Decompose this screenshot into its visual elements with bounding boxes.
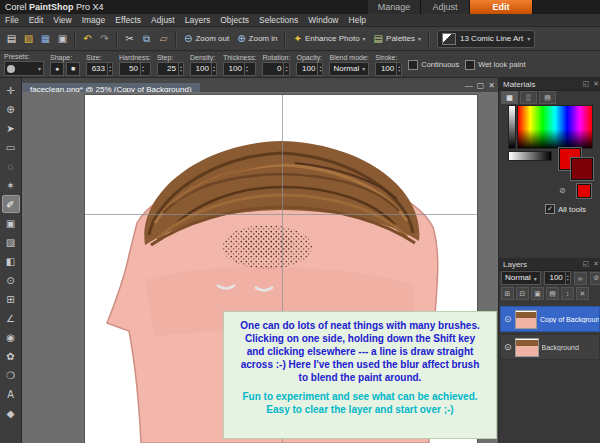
- tool-makeover[interactable]: ✿: [2, 347, 20, 365]
- visibility-eye-icon[interactable]: [504, 342, 512, 352]
- size-spinner[interactable]: 633: [86, 62, 113, 76]
- menu-edit[interactable]: Edit: [24, 14, 49, 26]
- manage-tab[interactable]: Manage: [368, 0, 421, 14]
- grayscale-strip[interactable]: [508, 105, 516, 149]
- close-icon[interactable]: [591, 80, 600, 88]
- stroke-value[interactable]: 100: [376, 63, 396, 75]
- paste-icon[interactable]: ▱: [155, 30, 172, 47]
- size-value[interactable]: 633: [87, 63, 107, 75]
- spinner-arrows-icon[interactable]: [140, 63, 145, 75]
- hue-saturation-map[interactable]: [517, 105, 593, 149]
- tool-straighten[interactable]: ∠: [2, 309, 20, 327]
- lock-transparency-icon[interactable]: [590, 272, 600, 285]
- opacity-spinner[interactable]: 100: [296, 62, 323, 76]
- tool-pick[interactable]: ➤: [2, 119, 20, 137]
- menu-effects[interactable]: Effects: [110, 14, 146, 26]
- new-icon[interactable]: ▤: [3, 30, 20, 47]
- spinner-arrows-icon[interactable]: [244, 63, 249, 75]
- menu-view[interactable]: View: [48, 14, 76, 26]
- close-icon[interactable]: [488, 81, 495, 90]
- zoom-out-button[interactable]: ⊖ Zoom out: [180, 30, 233, 48]
- rotation-spinner[interactable]: 0: [262, 62, 290, 76]
- wet-look-checkbox-row[interactable]: Wet look paint: [465, 60, 525, 70]
- cut-icon[interactable]: ✂: [121, 30, 138, 47]
- tool-dropper[interactable]: ⊙: [2, 271, 20, 289]
- rainbow-tab[interactable]: ▒: [520, 91, 537, 104]
- maximize-icon[interactable]: [477, 81, 485, 90]
- transparent-toggle-icon[interactable]: [559, 186, 566, 195]
- thickness-value[interactable]: 100: [224, 63, 244, 75]
- link-layers-icon[interactable]: [574, 272, 587, 285]
- print-icon[interactable]: ▣: [54, 30, 71, 47]
- menu-selections[interactable]: Selections: [254, 14, 303, 26]
- menu-help[interactable]: Help: [344, 14, 371, 26]
- spinner-arrows-icon[interactable]: [211, 63, 216, 75]
- menu-image[interactable]: Image: [77, 14, 111, 26]
- thickness-spinner[interactable]: 100: [223, 62, 256, 76]
- open-icon[interactable]: ▧: [20, 30, 37, 47]
- arrange-layer-icon[interactable]: [561, 287, 574, 300]
- layer-opacity-spinner[interactable]: 100: [544, 271, 571, 285]
- layer-thumbnail[interactable]: [515, 338, 539, 357]
- hardness-value[interactable]: 50: [120, 63, 140, 75]
- tool-crop[interactable]: ⊞: [2, 290, 20, 308]
- adjust-tab[interactable]: Adjust: [421, 0, 470, 14]
- tool-freehand-selection[interactable]: ◌: [2, 157, 20, 175]
- continuous-checkbox-row[interactable]: Continuous: [408, 60, 459, 70]
- square-shape-button[interactable]: ■: [66, 62, 80, 76]
- layer-row-copy-of-background[interactable]: Copy of Background: [500, 306, 600, 332]
- opacity-value[interactable]: 100: [297, 63, 317, 75]
- menu-file[interactable]: File: [0, 14, 24, 26]
- tool-text[interactable]: A: [2, 385, 20, 403]
- density-spinner[interactable]: 100: [190, 62, 217, 76]
- tool-clone[interactable]: ▣: [2, 214, 20, 232]
- new-layer-icon[interactable]: [501, 287, 514, 300]
- background-color-swatch[interactable]: [571, 158, 593, 180]
- hardness-spinner[interactable]: 50: [119, 62, 151, 76]
- spinner-arrows-icon[interactable]: [107, 63, 112, 75]
- enhance-photo-button[interactable]: ✦ Enhance Photo: [289, 30, 369, 48]
- all-tools-checkbox[interactable]: [545, 204, 555, 214]
- new-group-icon[interactable]: [516, 287, 529, 300]
- tool-eraser[interactable]: ▨: [2, 233, 20, 251]
- tool-zoom[interactable]: ⊕: [2, 100, 20, 118]
- layer-blend-mode-dropdown[interactable]: Normal: [501, 271, 541, 285]
- step-value[interactable]: 25: [158, 63, 178, 75]
- tool-magic-wand[interactable]: ✶: [2, 176, 20, 194]
- minimize-icon[interactable]: [465, 81, 473, 90]
- layer-opacity-value[interactable]: 100: [545, 272, 565, 284]
- wet-look-checkbox[interactable]: [465, 60, 475, 70]
- step-spinner[interactable]: 25: [157, 62, 184, 76]
- all-tools-checkbox-row[interactable]: All tools: [545, 204, 586, 214]
- visibility-eye-icon[interactable]: [504, 314, 512, 324]
- mask-layer-icon[interactable]: [546, 287, 559, 300]
- palettes-button[interactable]: ▤ Palettes: [370, 30, 425, 48]
- layer-thumbnail[interactable]: [515, 310, 537, 329]
- layer-row-background[interactable]: Background: [500, 334, 600, 360]
- swatches-tab[interactable]: ▤: [539, 91, 556, 104]
- edit-tab[interactable]: Edit: [470, 0, 533, 14]
- copy-icon[interactable]: ⧉: [138, 30, 155, 47]
- spinner-arrows-icon[interactable]: [396, 63, 401, 75]
- tool-pan[interactable]: ✛: [2, 81, 20, 99]
- shade-slider[interactable]: [508, 151, 552, 161]
- menu-objects[interactable]: Objects: [215, 14, 254, 26]
- presets-dropdown[interactable]: [4, 61, 44, 76]
- rotation-value[interactable]: 0: [263, 63, 283, 75]
- delete-layer-icon[interactable]: [576, 287, 589, 300]
- spinner-arrows-icon[interactable]: [317, 63, 322, 75]
- spinner-arrows-icon[interactable]: [178, 63, 183, 75]
- undo-icon[interactable]: ↶: [79, 30, 96, 47]
- brush-preset-combobox[interactable]: 13 Comic Line Art: [437, 30, 535, 48]
- spinner-arrows-icon[interactable]: [283, 63, 288, 75]
- tool-flood-fill[interactable]: ◧: [2, 252, 20, 270]
- continuous-checkbox[interactable]: [408, 60, 418, 70]
- frame-tab[interactable]: ▩: [501, 91, 518, 104]
- zoom-in-button[interactable]: ⊕ Zoom in: [233, 30, 281, 48]
- current-color-swatch[interactable]: [577, 184, 591, 198]
- menu-window[interactable]: Window: [303, 14, 343, 26]
- close-icon[interactable]: [591, 260, 600, 268]
- tool-preset-shape[interactable]: ◆: [2, 404, 20, 422]
- tool-picture-tube[interactable]: ❍: [2, 366, 20, 384]
- collapse-icon[interactable]: [581, 80, 592, 88]
